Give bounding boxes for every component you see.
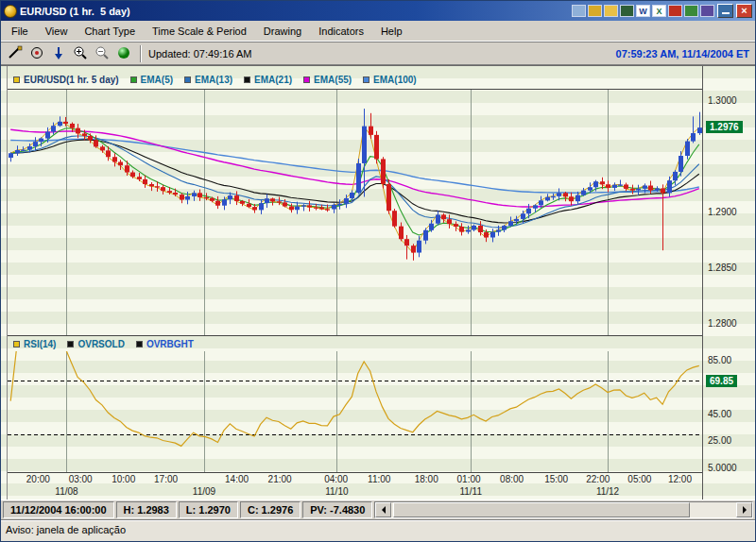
- legend-label: OVRBGHT: [146, 339, 194, 349]
- legend-label: EUR/USD(1 hr. 5 day): [24, 75, 119, 85]
- scrollbar-track[interactable]: [391, 502, 736, 517]
- rsi-axis-label: 25.00: [708, 435, 731, 446]
- status-cells: 11/12/2004 16:00:00H: 1.2983L: 1.2970C: …: [3, 501, 372, 518]
- time-tick-label: 21:00: [268, 474, 292, 484]
- rsi-indicator-chart[interactable]: [8, 351, 702, 473]
- menu-item-chart-type[interactable]: Chart Type: [76, 23, 144, 40]
- legend-swatch-icon: [13, 76, 20, 83]
- status-cell-0: 11/12/2004 16:00:00: [3, 501, 114, 518]
- titlebar[interactable]: EUR/USD (1 hr. 5 day) WX ×: [1, 1, 755, 21]
- menu-item-view[interactable]: View: [37, 23, 77, 40]
- zoom-in-tool-button[interactable]: [71, 44, 90, 63]
- legend-swatch-icon: [184, 76, 191, 83]
- status-bar: 11/12/2004 16:00:00H: 1.2983L: 1.2970C: …: [1, 500, 755, 519]
- rsi-legend: RSI(14)OVRSOLDOVRBGHT: [8, 336, 702, 351]
- close-button[interactable]: ×: [736, 4, 752, 18]
- menu-item-time-scale-period[interactable]: Time Scale & Period: [144, 23, 255, 40]
- draw-line-tool-icon: [8, 45, 23, 62]
- rsi-badge: 69.85: [706, 375, 737, 387]
- legend-label: EMA(13): [195, 75, 232, 85]
- legend-label: EMA(21): [254, 75, 292, 85]
- live-data-indicator-button[interactable]: [114, 44, 133, 63]
- menu-bar: FileViewChart TypeTime Scale & PeriodDra…: [1, 21, 755, 42]
- live-data-indicator-icon: [116, 45, 131, 62]
- main-price-chart[interactable]: [8, 89, 702, 336]
- time-tick-label: 18:00: [415, 474, 438, 484]
- legend-item-eur-usd-1-hr-5-day-: EUR/USD(1 hr. 5 day): [13, 75, 119, 85]
- time-tick-label: 04:00: [324, 474, 348, 484]
- chart-region: EUR/USD(1 hr. 5 day)EMA(5)EMA(13)EMA(21)…: [1, 65, 755, 500]
- rsi-axis-label: 45.00: [708, 409, 731, 419]
- app-icon: [4, 5, 17, 18]
- footer-status: Aviso: janela de aplicação: [1, 519, 755, 541]
- crosshair-tool-button[interactable]: [27, 44, 46, 63]
- time-tick-label: 01:00: [457, 474, 481, 484]
- time-tick-label: 20:00: [26, 474, 50, 484]
- crosshair-tool-icon: [29, 45, 44, 62]
- menu-item-indicators[interactable]: Indicators: [310, 23, 372, 40]
- zoom-out-tool-icon: [94, 45, 110, 62]
- window-app-icon[interactable]: [572, 5, 586, 17]
- clock-label: 07:59:23 AM, 11/14/2004 ET: [616, 48, 749, 59]
- xaxis-times: 20:0003:0010:0017:0014:0021:0004:0011:00…: [8, 473, 702, 485]
- price-badge: 1.2976: [706, 121, 743, 133]
- legend-swatch-icon: [67, 341, 74, 347]
- date-tick-label: 11/08: [55, 486, 77, 497]
- time-tick-label: 10:00: [112, 474, 135, 484]
- rsi-axis-label: 5.0000: [708, 463, 737, 473]
- scrollbar-thumb[interactable]: [393, 502, 690, 517]
- footer-text: Aviso: janela de aplicação: [6, 524, 126, 535]
- time-tick-label: 11:00: [368, 474, 390, 484]
- scroll-right-button[interactable]: [736, 502, 752, 517]
- coin-icon-2[interactable]: [604, 5, 618, 17]
- coin-icon[interactable]: [588, 5, 602, 17]
- legend-item-ema-5-: EMA(5): [130, 75, 173, 85]
- legend-label: RSI(14): [24, 339, 56, 349]
- time-tick-label: 03:00: [69, 474, 93, 484]
- time-tick-label: 17:00: [154, 474, 178, 484]
- toolbar: Updated: 07:49:16 AM 07:59:23 AM, 11/14/…: [1, 42, 755, 65]
- time-tick-label: 22:00: [586, 474, 610, 484]
- horizontal-scrollbar[interactable]: [374, 501, 753, 518]
- legend-item-ema-13-: EMA(13): [184, 75, 232, 85]
- main-chart-legend: EUR/USD(1 hr. 5 day)EMA(5)EMA(13)EMA(21)…: [8, 70, 702, 89]
- window-title: EUR/USD (1 hr. 5 day): [20, 6, 130, 17]
- status-cell-1: H: 1.2983: [116, 501, 177, 518]
- date-tick-label: 11/12: [596, 486, 619, 497]
- legend-swatch-icon: [303, 76, 310, 83]
- titlebar-icons: WX: [572, 5, 714, 17]
- scroll-left-button[interactable]: [375, 502, 391, 517]
- excel-icon[interactable]: X: [652, 5, 666, 17]
- menu-item-file[interactable]: File: [3, 23, 37, 40]
- legend-label: EMA(55): [314, 75, 352, 85]
- arrow-down-tool-button[interactable]: [49, 44, 68, 63]
- minimize-icon: [722, 12, 730, 14]
- legend-swatch-icon: [13, 341, 20, 347]
- time-tick-label: 05:00: [627, 474, 651, 484]
- price-axis: 1.30001.29001.28501.280085.0045.0025.005…: [704, 66, 756, 500]
- zoom-out-tool-button[interactable]: [93, 44, 112, 63]
- status-cell-4: PV: -7.4830: [302, 501, 372, 518]
- green-app-icon[interactable]: [684, 5, 698, 17]
- menu-item-help[interactable]: Help: [372, 23, 411, 40]
- minimize-button[interactable]: [717, 4, 733, 18]
- legend-label: OVRSOLD: [77, 339, 124, 349]
- time-tick-label: 12:00: [668, 474, 692, 484]
- toolbar-buttons: [6, 44, 133, 63]
- red-app-icon[interactable]: [668, 5, 682, 17]
- rsi-axis-label: 85.00: [708, 355, 731, 365]
- menu-item-drawing[interactable]: Drawing: [255, 23, 310, 40]
- legend-item-ema-21-: EMA(21): [244, 75, 292, 85]
- price-axis-label: 1.2900: [708, 207, 737, 217]
- legend-item-ovrbght: OVRBGHT: [136, 339, 194, 349]
- scroll-right-icon: [743, 506, 747, 514]
- purple-app-icon[interactable]: [700, 5, 714, 17]
- legend-item-ovrsold: OVRSOLD: [67, 339, 124, 349]
- zoom-in-tool-icon: [73, 45, 88, 62]
- draw-line-tool-button[interactable]: [6, 44, 25, 63]
- legend-swatch-icon: [130, 76, 137, 83]
- word-icon[interactable]: W: [636, 5, 650, 17]
- time-tick-label: 08:00: [500, 474, 524, 484]
- chart-app-icon[interactable]: [620, 5, 634, 17]
- scroll-left-icon: [382, 506, 386, 514]
